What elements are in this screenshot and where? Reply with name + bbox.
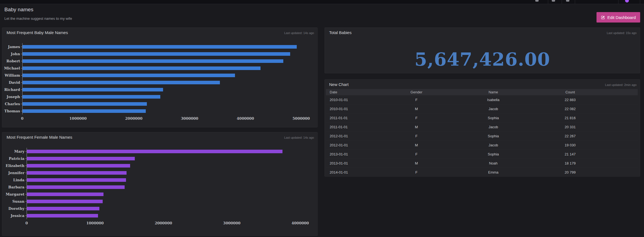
table-cell: F (378, 134, 455, 138)
bar (23, 109, 146, 113)
last-updated-badge: Last updated: 14s ago (284, 136, 314, 139)
bar-row-linda: Linda (27, 176, 315, 183)
bar-row-charles: Charles (23, 100, 315, 107)
bar-row-william: William (23, 72, 315, 79)
category-label: Mary (14, 149, 24, 154)
bar (23, 88, 163, 91)
table-cell: 2013-01-01 (326, 152, 378, 156)
bar-row-joseph: Joseph (23, 93, 315, 100)
category-label: Charles (5, 102, 20, 106)
panel-title[interactable]: Most Frequent Female Male Names (7, 135, 72, 140)
table-cell: 18 179 (532, 161, 609, 165)
bell-icon[interactable] (535, 0, 539, 2)
table-cell: Jacob (455, 143, 532, 147)
table-cell: 22 267 (532, 134, 609, 138)
edit-pencil-icon (601, 15, 605, 19)
x-tick-label: 1000000 (69, 116, 87, 121)
bar (27, 193, 103, 196)
user-avatar[interactable] (625, 0, 629, 2)
bar (23, 81, 220, 84)
bar-row-mary: Mary (27, 148, 315, 155)
last-updated-badge: Last updated: 2min ago (605, 83, 637, 87)
table-cell: M (378, 125, 455, 129)
table-cell: Sophia (455, 116, 532, 120)
table-cell: 2013-01-01 (326, 161, 378, 165)
bar (27, 207, 99, 210)
bar (23, 95, 160, 99)
bar (23, 66, 261, 70)
bar (27, 150, 282, 153)
x-tick-label: 2000000 (155, 221, 172, 225)
table-row: 2012-01-01FSophia22 267 (326, 132, 638, 141)
table-cell: F (378, 152, 455, 156)
bar-row-thomas: Thomas (23, 107, 315, 115)
x-tick-label: 0 (21, 116, 23, 121)
x-tick-label: 1000000 (86, 221, 103, 225)
bar (23, 102, 147, 106)
category-label: James (8, 45, 20, 49)
panel-title[interactable]: Most Frequent Baby Male Names (7, 30, 68, 35)
category-label: Elizabeth (6, 164, 24, 168)
panel-title[interactable]: Total Babies (329, 30, 352, 35)
category-label: Linda (13, 178, 24, 182)
table-cell: 22 082 (532, 107, 609, 111)
plot-area: MaryPatriciaElizabethJenniferLindaBarbar… (27, 148, 315, 219)
table-row: 2013-01-01FSophia21 147 (326, 150, 638, 159)
column-header-gender[interactable]: Gender (378, 90, 455, 94)
help-icon[interactable] (566, 0, 569, 2)
table-cell: 20 799 (532, 170, 609, 174)
bar (27, 185, 125, 189)
category-label: Robert (6, 59, 20, 63)
category-label: Patricia (9, 157, 24, 161)
table-cell: Sophia (455, 134, 532, 138)
table-cell: M (378, 143, 455, 147)
category-label: Jennifer (8, 171, 24, 175)
table-row: 2010-01-01MJacob22 082 (326, 104, 638, 113)
category-label: Joseph (7, 95, 20, 99)
table-cell: Sophia (455, 152, 532, 156)
category-label: Michael (4, 66, 20, 70)
table-cell: 21 147 (532, 152, 609, 156)
table-cell: Jacob (455, 125, 532, 129)
panel-new-chart-table: New Chart Last updated: 2min ago DateGen… (324, 79, 640, 177)
table-cell: 20 331 (532, 125, 609, 129)
bar-row-michael: Michael (23, 65, 315, 72)
bar-row-david: David (23, 79, 315, 86)
bar (23, 45, 297, 49)
panel-male-names: Most Frequent Baby Male Names Last updat… (2, 27, 318, 127)
bar-row-elizabeth: Elizabeth (27, 162, 315, 169)
panel-total-babies: Total Babies Last updated: 15s ago 5,647… (324, 27, 640, 73)
bar (27, 164, 130, 168)
male-names-bar-chart: JamesJohnRobertMichaelWilliamDavidRichar… (7, 43, 315, 127)
x-tick-label: 3000000 (181, 116, 198, 121)
table-cell: M (378, 161, 455, 165)
table-cell: 2010-01-01 (326, 107, 378, 111)
bar (27, 200, 103, 203)
top-navigation-bar (0, 0, 644, 4)
table-row: 2011-01-01FSophia21 816 (326, 113, 638, 122)
bar-row-robert: Robert (23, 57, 315, 65)
bar (23, 59, 283, 63)
table-cell: F (378, 116, 455, 120)
panel-title[interactable]: New Chart (329, 82, 349, 87)
topbar-divider (618, 0, 618, 4)
category-label: John (11, 52, 20, 56)
column-header-count[interactable]: Count (532, 90, 609, 94)
edit-dashboard-button[interactable]: Edit Dashboard (597, 12, 640, 23)
topbar-divider (575, 0, 575, 4)
category-label: Barbara (8, 185, 24, 189)
page-title: Baby names (4, 7, 33, 13)
bar-row-barbara: Barbara (27, 183, 315, 191)
apps-icon[interactable] (552, 0, 555, 2)
table-cell: M (378, 107, 455, 111)
page-subtitle: Let the machine suggest names to my wife (4, 16, 72, 21)
category-label: Richard (4, 88, 20, 92)
table-cell: 22 883 (532, 98, 609, 102)
bar-row-richard: Richard (23, 86, 315, 93)
column-header-name[interactable]: Name (455, 90, 532, 94)
table-cell: 21 816 (532, 116, 609, 120)
table-cell: 2010-01-01 (326, 98, 378, 102)
column-header-date[interactable]: Date (326, 90, 378, 94)
category-label: Dorothy (9, 207, 24, 211)
table-header-row: DateGenderNameCount (326, 89, 638, 95)
